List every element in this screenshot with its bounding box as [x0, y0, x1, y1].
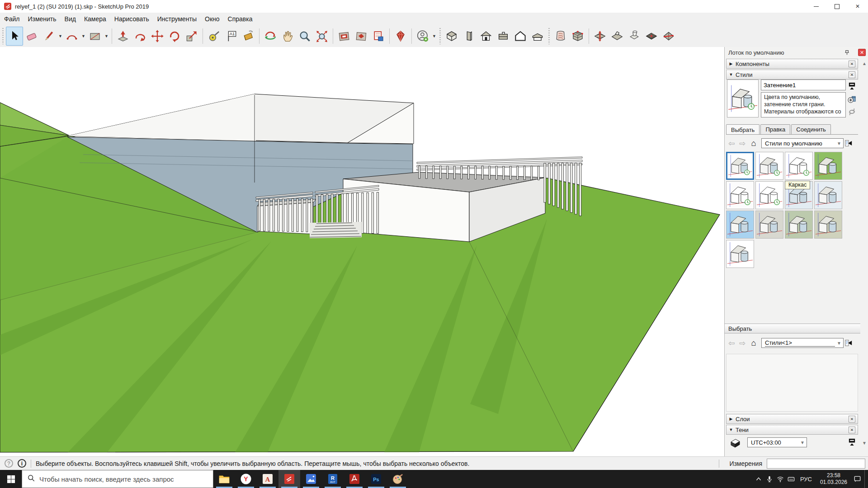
arc-tool-button[interactable]	[63, 27, 80, 46]
pin-icon[interactable]	[843, 49, 850, 56]
pan-tool-button[interactable]	[279, 27, 296, 46]
taskbar-app-photoshop[interactable]: Ps	[365, 470, 387, 488]
style-thumbnail-6[interactable]	[755, 181, 783, 209]
push-pull-tool-button[interactable]	[114, 27, 132, 46]
view-left-tool-button[interactable]	[529, 27, 546, 46]
maximize-button[interactable]	[826, 0, 847, 13]
start-button[interactable]	[0, 470, 22, 488]
tray-close-button[interactable]: ✕	[858, 49, 866, 56]
follow-me-tool-button[interactable]	[132, 27, 149, 46]
update-style-icon[interactable]	[846, 106, 858, 117]
styles-secondary-dropdown[interactable]: Стили<1> ▼	[761, 338, 844, 348]
extension-warehouse-tool-button[interactable]	[392, 27, 409, 46]
details-arrow2-icon[interactable]	[844, 338, 854, 348]
tray-scroll-up-icon[interactable]: ▲	[861, 60, 868, 67]
scale-tool-button[interactable]	[183, 27, 200, 46]
view-back-tool-button[interactable]	[512, 27, 529, 46]
menu-Инструменты[interactable]: Инструменты	[153, 14, 201, 24]
arc-dropdown-arrow[interactable]: ▼	[80, 27, 86, 45]
style-thumbnail-8[interactable]	[814, 181, 842, 209]
eraser-tool-button[interactable]	[23, 27, 40, 46]
menu-Камера[interactable]: Камера	[80, 14, 110, 24]
line-dropdown-arrow[interactable]: ▼	[57, 27, 63, 45]
tape-measure-tool-button[interactable]	[205, 27, 222, 46]
section-layers-close[interactable]: ✕	[849, 416, 855, 422]
help-icon[interactable]: ?	[5, 459, 13, 468]
home-icon[interactable]: ⌂	[748, 139, 760, 148]
stamp-tool-button[interactable]	[609, 27, 626, 46]
taskbar-app-autocad[interactable]: A	[257, 470, 278, 488]
menu-Справка[interactable]: Справка	[224, 14, 257, 24]
view-front-tool-button[interactable]	[477, 27, 495, 46]
back-arrow-icon[interactable]: ⇦	[726, 139, 737, 148]
toolbar-grip[interactable]	[1, 28, 5, 44]
3d-warehouse-tool-button[interactable]	[335, 27, 353, 46]
close-button[interactable]: ✕	[847, 0, 868, 13]
style-thumbnail-2[interactable]	[755, 152, 783, 180]
section-components-close[interactable]: ✕	[849, 61, 855, 67]
view-side-tool-button[interactable]	[460, 27, 477, 46]
measurements-input[interactable]	[767, 459, 865, 469]
text-tool-button[interactable]: A1	[222, 27, 240, 46]
style-thumbnail-10[interactable]	[755, 211, 783, 239]
taskbar-app-photos[interactable]	[300, 470, 322, 488]
flip-edge-tool-button[interactable]	[660, 27, 677, 46]
toolbar-grip[interactable]	[547, 28, 551, 44]
back-arrow2-icon[interactable]: ⇦	[726, 338, 737, 348]
tab-Соединить[interactable]: Соединить	[791, 124, 831, 134]
menu-Окно[interactable]: Окно	[201, 14, 224, 24]
share-model-tool-button[interactable]	[353, 27, 370, 46]
menu-Изменить[interactable]: Изменить	[24, 14, 60, 24]
send-to-layout-tool-button[interactable]	[370, 27, 387, 46]
menu-Файл[interactable]: Файл	[0, 14, 24, 24]
orbit-tool-button[interactable]	[262, 27, 279, 46]
taskbar-app-revit[interactable]: RRVT	[322, 470, 344, 488]
taskbar-app-yandex-browser[interactable]: Y	[235, 470, 257, 488]
drape-tool-button[interactable]	[626, 27, 643, 46]
move-tool-button[interactable]	[149, 27, 166, 46]
paint-bucket-tool-button[interactable]	[240, 27, 257, 46]
account-dropdown-arrow[interactable]: ▼	[431, 27, 437, 45]
terrain-from-scratch-tool-button[interactable]	[569, 27, 586, 46]
network-icon[interactable]	[775, 470, 786, 488]
taskbar-search[interactable]: Чтобы начать поиск, введите здесь запрос	[22, 470, 213, 488]
section-layers[interactable]: ▶ Слои ✕	[726, 414, 858, 424]
minimize-button[interactable]	[806, 0, 826, 13]
display-secondary-pane-icon[interactable]	[846, 80, 858, 91]
taskbar-clock[interactable]: 23:58 01.03.2026	[816, 472, 852, 486]
style-thumbnail-13[interactable]	[726, 240, 754, 268]
info-icon[interactable]: i	[18, 459, 26, 468]
taskbar-app-sketchup[interactable]	[278, 470, 300, 488]
language-indicator[interactable]: РУС	[797, 476, 816, 483]
style-thumbnail-1[interactable]	[726, 152, 754, 180]
show-desktop-button[interactable]	[864, 470, 868, 488]
section-styles-close[interactable]: ✕	[849, 71, 855, 78]
details-arrow-icon[interactable]	[844, 138, 854, 149]
forward-arrow-icon[interactable]: ⇨	[737, 139, 748, 148]
tray-scroll-down-icon[interactable]: ▼	[861, 439, 868, 446]
action-center-icon[interactable]	[852, 470, 863, 488]
styles-collection-dropdown[interactable]: Стили по умолчанию ▼	[761, 138, 844, 148]
view-top-tool-button[interactable]	[495, 27, 512, 46]
shadow-cube-icon[interactable]	[728, 436, 742, 451]
rectangle-dropdown-arrow[interactable]: ▼	[104, 27, 109, 45]
select-tool-button[interactable]	[6, 27, 23, 46]
add-detail-tool-button[interactable]	[643, 27, 660, 46]
section-styles[interactable]: ▼ Стили ✕	[726, 70, 858, 80]
account-tool-button[interactable]	[414, 27, 431, 46]
style-thumbnail-11[interactable]	[785, 211, 813, 239]
section-shadows-close[interactable]: ✕	[849, 427, 855, 433]
tab-Выбрать[interactable]: Выбрать	[726, 124, 760, 135]
model-viewport[interactable]	[0, 47, 724, 456]
chevron-up-icon[interactable]	[753, 470, 764, 488]
taskbar-app-acrobat[interactable]	[344, 470, 365, 488]
shadows-secondary-pane-icon[interactable]	[846, 436, 858, 447]
forward-arrow2-icon[interactable]: ⇨	[737, 338, 748, 348]
terrain-from-contours-tool-button[interactable]	[552, 27, 569, 46]
style-thumbnail-5[interactable]	[726, 181, 754, 209]
style-thumbnail-9[interactable]	[726, 211, 754, 239]
rotate-tool-button[interactable]	[166, 27, 183, 46]
view-iso-tool-button[interactable]	[443, 27, 460, 46]
section-shadows[interactable]: ▼ Тени ✕	[726, 425, 858, 435]
zoom-extents-tool-button[interactable]	[313, 27, 330, 46]
